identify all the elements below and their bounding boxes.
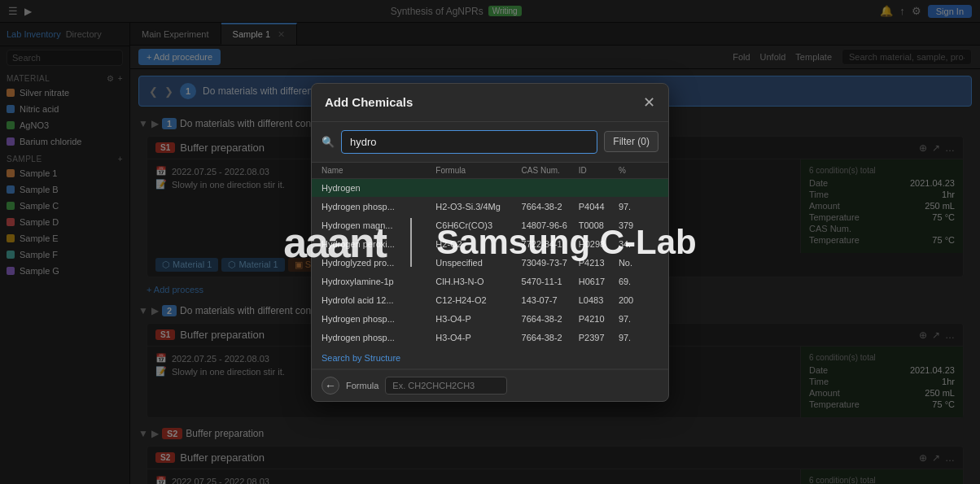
chem-cas: 7722-84-1: [522, 239, 579, 249]
chem-id: P4044: [579, 202, 619, 211]
chemical-row[interactable]: Hydrogen magn...C6H6Cr(CO)314807-96-6T00…: [312, 216, 668, 235]
chem-id: H0298: [579, 239, 619, 249]
chem-pct: No.: [619, 258, 658, 268]
col-name: Name: [322, 166, 435, 175]
chem-name: Hydroxylamine-1p: [322, 277, 435, 286]
modal-header: Add Chemicals ✕: [312, 84, 668, 122]
chem-formula: ClH.H3-N-O: [435, 277, 521, 286]
col-formula: Formula: [435, 166, 521, 175]
chem-pct: 200: [619, 295, 658, 305]
col-cas: CAS Num.: [522, 166, 579, 175]
chem-cas: 7664-38-2: [522, 202, 579, 211]
table-header: Name Formula CAS Num. ID %: [312, 163, 668, 179]
chem-pct: 97.: [619, 202, 658, 211]
chemical-row[interactable]: Hydroglyzed pro...Unspecified73049-73-7P…: [312, 254, 668, 273]
chemical-row[interactable]: Hydrogen phosp...H2-O3-Si.3/4Mg7664-38-2…: [312, 198, 668, 216]
chem-cas: 73049-73-7: [522, 258, 579, 268]
chemical-row[interactable]: Hydrogen phosp...H3-O4-P7664-38-2P239797…: [312, 329, 668, 347]
chemical-row[interactable]: Hydrogen: [312, 179, 668, 198]
chem-name: Hydrofol acid 12...: [322, 295, 435, 305]
chem-formula: C6H6Cr(CO)3: [435, 220, 521, 230]
chem-pct: 69.: [619, 277, 658, 286]
chem-name: Hydroglyzed pro...: [322, 258, 435, 268]
chem-formula: Unspecified: [435, 258, 521, 268]
chemical-rows-container: HydrogenHydrogen phosp...H2-O3-Si.3/4Mg7…: [312, 179, 668, 347]
chemical-row[interactable]: Hydroxylamine-1pClH.H3-N-O5470-11-1H0617…: [312, 273, 668, 291]
modal-footer: ← Formula: [312, 369, 668, 401]
chem-cas: 14807-96-6: [522, 220, 579, 230]
filter-button[interactable]: Filter (0): [604, 131, 658, 152]
chemical-row[interactable]: Hydrogen phosp...H3-O4-P7664-38-2P421097…: [312, 310, 668, 329]
chem-id: P4213: [579, 258, 619, 268]
chem-pct: 97.: [619, 333, 658, 342]
chem-cas: 7664-38-2: [522, 314, 579, 324]
chem-name: Hydrogen peroxi...: [322, 239, 435, 249]
chemical-row[interactable]: Hydrofol acid 12...C12-H24-O2143-07-7L04…: [312, 291, 668, 310]
chem-formula: C12-H24-O2: [435, 295, 521, 305]
col-pct: %: [619, 166, 658, 175]
chem-cas: 5470-11-1: [522, 277, 579, 286]
chem-formula: H3-O4-P: [435, 314, 521, 324]
chem-pct: 97.: [619, 314, 658, 324]
add-chemicals-modal: Add Chemicals ✕ 🔍 Filter (0) Name Formul…: [311, 83, 669, 402]
chem-name: Hydrogen: [322, 183, 435, 193]
col-id: ID: [579, 166, 619, 175]
modal-close-button[interactable]: ✕: [643, 94, 655, 111]
formula-input[interactable]: [385, 377, 507, 395]
chem-id: L0483: [579, 295, 619, 305]
chem-cas: 7664-38-2: [522, 333, 579, 342]
chem-name: Hydrogen phosp...: [322, 314, 435, 324]
search-icon: 🔍: [322, 136, 335, 148]
chem-id: H0617: [579, 277, 619, 286]
chem-name: Hydrogen phosp...: [322, 333, 435, 342]
footer-prev-button[interactable]: ←: [322, 377, 339, 395]
modal-overlay: Add Chemicals ✕ 🔍 Filter (0) Name Formul…: [0, 0, 980, 484]
modal-title: Add Chemicals: [325, 95, 413, 109]
chem-name: Hydrogen phosp...: [322, 202, 435, 211]
chem-id: P2397: [579, 333, 619, 342]
chem-pct: 379: [619, 220, 658, 230]
chem-cas: 143-07-7: [522, 295, 579, 305]
chem-formula: H2-O3-Si.3/4Mg: [435, 202, 521, 211]
formula-label: Formula: [346, 381, 378, 390]
chem-pct: 34.: [619, 239, 658, 249]
chemical-row[interactable]: Hydrogen peroxi...H2-O27722-84-1H029834.: [312, 235, 668, 254]
chemical-search-input[interactable]: [341, 130, 597, 154]
search-structure-row: Search by Structure: [312, 347, 668, 369]
chem-formula: H2-O2: [435, 239, 521, 249]
modal-search-row: 🔍 Filter (0): [312, 122, 668, 163]
chem-id: P4210: [579, 314, 619, 324]
chem-id: T0008: [579, 220, 619, 230]
modal-table: Name Formula CAS Num. ID % HydrogenHydro…: [312, 163, 668, 347]
search-by-structure-link[interactable]: Search by Structure: [322, 353, 400, 363]
chem-name: Hydrogen magn...: [322, 220, 435, 230]
chem-formula: H3-O4-P: [435, 333, 521, 342]
